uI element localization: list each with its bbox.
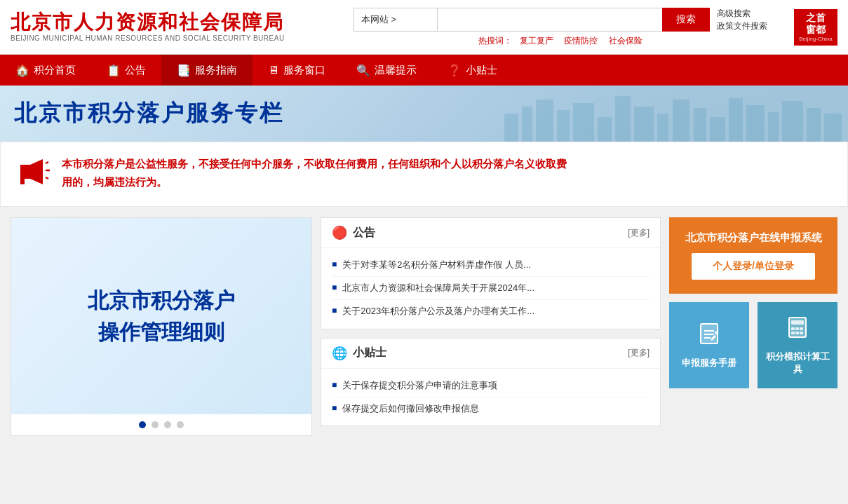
svg-rect-10 <box>694 108 706 142</box>
tips-title: 🌐 小贴士 <box>332 346 386 361</box>
svg-rect-1 <box>522 107 532 142</box>
advanced-search-link[interactable]: 高级搜索 <box>717 7 751 20</box>
slide-dot-4[interactable] <box>177 421 184 428</box>
nav-label-warm: 温馨提示 <box>375 64 417 77</box>
search-area: 本网站 > 搜索 高级搜索 政策文件搜索 热搜词： 复工复产 疫情防控 社会保险 <box>285 7 780 47</box>
notice-line2: 用的，均属违法行为。 <box>62 176 167 188</box>
slide-dot-1[interactable] <box>139 421 146 428</box>
list-text: 关于保存提交积分落户申请的注意事项 <box>342 379 497 392</box>
announcements-more[interactable]: [更多] <box>628 227 650 239</box>
manual-label: 申报服务手册 <box>682 357 736 369</box>
announcements-list: ■ 关于对李某等2名积分落户材料弄虚作假 人员... ■ 北京市人力资源和社会保… <box>321 248 660 329</box>
announcements-title-text: 公告 <box>353 226 375 240</box>
search-button[interactable]: 搜索 <box>662 8 710 32</box>
svg-line-22 <box>46 177 48 179</box>
list-item[interactable]: ■ 保存提交后如何撤回修改申报信息 <box>332 397 650 420</box>
hot-search: 热搜词： 复工复产 疫情防控 社会保险 <box>476 35 645 47</box>
svg-rect-9 <box>673 100 689 142</box>
header: 北京市人力资源和社会保障局 BEIJING MUNICIPAL HUMAN RE… <box>0 0 848 55</box>
list-item[interactable]: ■ 关于2023年积分落户公示及落户办理有关工作... <box>332 300 650 322</box>
list-text: 关于对李某等2名积分落户材料弄虚作假 人员... <box>342 259 531 271</box>
policy-search-link[interactable]: 政策文件搜索 <box>717 20 767 32</box>
svg-rect-14 <box>768 112 779 142</box>
notice-bar: 本市积分落户是公益性服务，不接受任何中介服务，不收取任何费用，任何组织和个人以积… <box>0 142 848 207</box>
hot-item-3[interactable]: 社会保险 <box>609 36 642 46</box>
badge-subtitle: Beijing-China <box>799 36 833 42</box>
tips-icon: ❓ <box>447 64 462 77</box>
svg-rect-4 <box>573 103 594 142</box>
slide-dot-3[interactable] <box>164 421 171 428</box>
list-item[interactable]: ■ 北京市人力资源和社会保障局关于开展2024年... <box>332 277 650 300</box>
notice-text: 本市积分落户是公益性服务，不接受任何中介服务，不收取任何费用，任何组织和个人以积… <box>62 155 567 191</box>
nav-item-guide[interactable]: 📑 服务指南 <box>161 55 253 86</box>
logo-area: 北京市人力资源和社会保障局 BEIJING MUNICIPAL HUMAN RE… <box>11 12 285 43</box>
badge-first-icon: 首 <box>816 12 826 24</box>
svg-line-20 <box>46 162 48 163</box>
tool-calculator[interactable]: 积分模拟计算工具 <box>758 302 837 388</box>
bullet-icon: ■ <box>332 259 337 269</box>
svg-rect-15 <box>782 101 803 142</box>
hero-banner: 北京市积分落户服务专栏 <box>0 86 848 142</box>
svg-rect-12 <box>729 98 743 142</box>
list-text: 保存提交后如何撤回修改申报信息 <box>342 402 479 415</box>
slide-title-line2: 操作管理细则 <box>88 316 235 348</box>
home-icon: 🏠 <box>15 64 29 77</box>
calculator-label: 积分模拟计算工具 <box>765 350 830 376</box>
bullet-icon: ■ <box>332 403 337 413</box>
notice-icon: 📋 <box>107 64 121 77</box>
announcements-icon: 🔴 <box>332 225 347 240</box>
svg-rect-35 <box>795 332 799 334</box>
tips-icon-globe: 🌐 <box>332 346 347 361</box>
search-links: 高级搜索 政策文件搜索 <box>717 7 767 32</box>
login-button[interactable]: 个人登录/单位登录 <box>692 253 815 280</box>
search-row: 本网站 > 搜索 高级搜索 政策文件搜索 <box>354 7 767 32</box>
tips-section: 🌐 小贴士 [更多] ■ 关于保存提交积分落户申请的注意事项 ■ 保存提交后如何… <box>321 338 661 426</box>
online-system-box: 北京市积分落户在线申报系统 个人登录/单位登录 <box>669 217 837 294</box>
list-item[interactable]: ■ 关于保存提交积分落户申请的注意事项 <box>332 374 650 397</box>
tips-more[interactable]: [更多] <box>628 347 650 359</box>
svg-rect-34 <box>791 332 795 334</box>
nav-label-notice: 公告 <box>125 64 146 77</box>
right-panel: 北京市积分落户在线申报系统 个人登录/单位登录 申报服务手册 <box>669 217 837 436</box>
svg-rect-0 <box>504 114 518 142</box>
svg-rect-16 <box>807 108 821 142</box>
nav-item-window[interactable]: 🖥 服务窗口 <box>253 55 341 86</box>
calculator-icon <box>785 315 810 345</box>
svg-rect-13 <box>746 105 765 142</box>
svg-rect-6 <box>615 96 631 142</box>
nav-item-notice[interactable]: 📋 公告 <box>91 55 161 86</box>
tips-list: ■ 关于保存提交积分落户申请的注意事项 ■ 保存提交后如何撤回修改申报信息 <box>321 369 660 425</box>
svg-rect-11 <box>710 117 725 142</box>
city-silhouette <box>497 93 848 142</box>
tips-header: 🌐 小贴士 [更多] <box>321 339 660 369</box>
tools-row: 申报服务手册 积分模拟计算工具 <box>669 302 837 388</box>
guide-icon: 📑 <box>177 64 191 77</box>
nav-label-guide: 服务指南 <box>195 64 237 77</box>
hot-item-2[interactable]: 疫情防控 <box>564 36 598 46</box>
svg-rect-7 <box>634 107 654 142</box>
slide-dot-2[interactable] <box>152 421 159 428</box>
badge-zh-icon: 之 <box>806 12 816 24</box>
mid-panel: 🔴 公告 [更多] ■ 关于对李某等2名积分落户材料弄虚作假 人员... ■ 北… <box>321 217 661 436</box>
slideshow: 北京市积分落户 操作管理细则 <box>11 218 311 414</box>
nav-label-window: 服务窗口 <box>283 64 325 77</box>
main-content: 北京市积分落户 操作管理细则 🔴 公告 [更多] ■ <box>0 207 848 447</box>
announcements-section: 🔴 公告 [更多] ■ 关于对李某等2名积分落户材料弄虚作假 人员... ■ 北… <box>321 217 661 329</box>
search-input[interactable] <box>438 8 662 32</box>
hot-item-1[interactable]: 复工复产 <box>520 36 553 46</box>
list-text: 关于2023年积分落户公示及落户办理有关工作... <box>342 305 534 318</box>
nav-item-tips[interactable]: ❓ 小贴士 <box>432 55 513 86</box>
warm-icon: 🔍 <box>356 64 370 77</box>
list-text: 北京市人力资源和社会保障局关于开展2024年... <box>342 282 534 294</box>
tool-manual[interactable]: 申报服务手册 <box>669 302 749 388</box>
svg-rect-36 <box>800 332 803 334</box>
list-item[interactable]: ■ 关于对李某等2名积分落户材料弄虚作假 人员... <box>332 254 650 277</box>
badge-capital-icon: 都 <box>816 24 826 36</box>
search-scope[interactable]: 本网站 > <box>354 8 438 32</box>
left-panel: 北京市积分落户 操作管理细则 <box>11 217 312 436</box>
svg-rect-2 <box>536 100 553 142</box>
nav-item-home[interactable]: 🏠 积分首页 <box>0 55 91 86</box>
nav-item-warm[interactable]: 🔍 温馨提示 <box>341 55 432 86</box>
notice-line1: 本市积分落户是公益性服务，不接受任何中介服务，不收取任何费用，任何组织和个人以积… <box>62 158 567 170</box>
svg-rect-31 <box>791 327 795 330</box>
